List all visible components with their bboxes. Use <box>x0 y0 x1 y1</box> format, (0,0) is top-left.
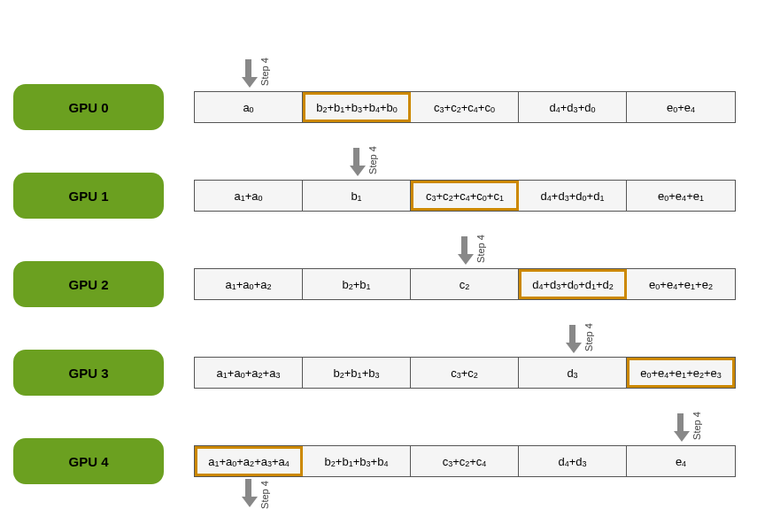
cell-r2-c0: a1+a0+a2 <box>195 269 303 299</box>
gpu-cells-1: a1+a0b1c3+c2+c4+c0+c1d4+d3+d0+d1e0+e4+e1 <box>194 180 736 212</box>
arrow-into-r2-c2 <box>458 236 470 263</box>
gpu-cells-3: a1+a0+a2+a3b2+b1+b3c3+c2d3e0+e4+e1+e2+e3 <box>194 357 736 389</box>
cell-r1-c0: a1+a0 <box>195 181 303 211</box>
cell-r1-c1: b1 <box>303 181 411 211</box>
gpu-label-4: GPU 4 <box>13 438 164 484</box>
arrow-into-r4-c4 <box>674 413 686 440</box>
cell-r2-c4: e0+e4+e1+e2 <box>627 269 735 299</box>
cell-r4-c4: e4 <box>627 446 735 476</box>
cell-r4-c0: a1+a0+a2+a3+a4 <box>195 446 303 476</box>
gpu-row-4: GPU 4a1+a0+a2+a3+a4b2+b1+b3+b4c3+c2+c4d4… <box>13 438 736 484</box>
cell-r3-c1: b2+b1+b3 <box>303 358 411 388</box>
gpu-row-2: GPU 2a1+a0+a2b2+b1c2d4+d3+d0+d1+d2e0+e4+… <box>13 261 736 307</box>
arrow-below-last <box>242 479 254 505</box>
gpu-row-3: GPU 3a1+a0+a2+a3b2+b1+b3c3+c2d3e0+e4+e1+… <box>13 350 736 396</box>
cell-r2-c3: d4+d3+d0+d1+d2 <box>519 269 627 299</box>
step-label-4: Step 4 <box>691 412 702 440</box>
cell-r3-c0: a1+a0+a2+a3 <box>195 358 303 388</box>
cell-r1-c3: d4+d3+d0+d1 <box>519 181 627 211</box>
cell-r4-c3: d4+d3 <box>519 446 627 476</box>
step-label-3: Step 4 <box>583 323 594 351</box>
cell-r2-c1: b2+b1 <box>303 269 411 299</box>
cell-r0-c4: e0+e4 <box>627 92 735 122</box>
cell-r4-c1: b2+b1+b3+b4 <box>303 446 411 476</box>
cell-r0-c1: b2+b1+b3+b4+b0 <box>303 92 411 122</box>
cell-r0-c3: d4+d3+d0 <box>519 92 627 122</box>
arrow-into-r0-c0 <box>242 59 254 86</box>
cell-r3-c3: d3 <box>519 358 627 388</box>
cell-r0-c2: c3+c2+c4+c0 <box>411 92 519 122</box>
cell-r2-c2: c2 <box>411 269 519 299</box>
gpu-cells-4: a1+a0+a2+a3+a4b2+b1+b3+b4c3+c2+c4d4+d3e4 <box>194 445 736 477</box>
gpu-cells-0: a0b2+b1+b3+b4+b0c3+c2+c4+c0d4+d3+d0e0+e4 <box>194 91 736 123</box>
step-label-1: Step 4 <box>367 146 378 174</box>
cell-r4-c2: c3+c2+c4 <box>411 446 519 476</box>
gpu-row-1: GPU 1a1+a0b1c3+c2+c4+c0+c1d4+d3+d0+d1e0+… <box>13 173 736 219</box>
cell-r0-c0: a0 <box>195 92 303 122</box>
gpu-label-1: GPU 1 <box>13 173 164 219</box>
cell-r3-c4: e0+e4+e1+e2+e3 <box>627 358 735 388</box>
step-label-last: Step 4 <box>259 481 270 509</box>
cell-r3-c2: c3+c2 <box>411 358 519 388</box>
step-label-0: Step 4 <box>259 58 270 86</box>
cell-r1-c4: e0+e4+e1 <box>627 181 735 211</box>
step-label-2: Step 4 <box>475 235 486 263</box>
gpu-label-0: GPU 0 <box>13 84 164 130</box>
cell-r1-c2: c3+c2+c4+c0+c1 <box>411 181 519 211</box>
gpu-cells-2: a1+a0+a2b2+b1c2d4+d3+d0+d1+d2e0+e4+e1+e2 <box>194 268 736 300</box>
gpu-label-3: GPU 3 <box>13 350 164 396</box>
arrow-into-r1-c1 <box>350 148 362 174</box>
arrow-into-r3-c3 <box>566 325 578 351</box>
gpu-row-0: GPU 0a0b2+b1+b3+b4+b0c3+c2+c4+c0d4+d3+d0… <box>13 84 736 130</box>
gpu-label-2: GPU 2 <box>13 261 164 307</box>
